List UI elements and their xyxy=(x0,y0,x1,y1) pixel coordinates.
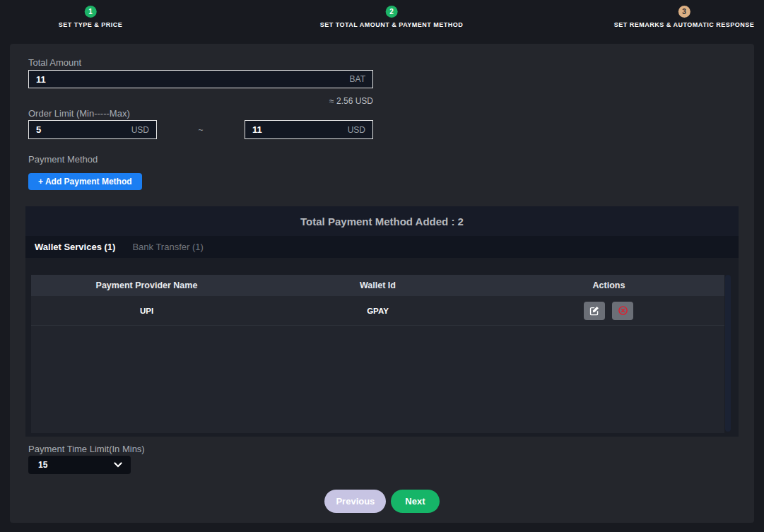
payment-time-limit-select[interactable]: 15 xyxy=(28,456,131,474)
payment-time-limit-field: 15 xyxy=(28,456,131,474)
stepper-step-2[interactable]: 2 SET TOTAL AMOUNT & PAYMENT METHOD xyxy=(320,6,464,28)
order-limit-min-input[interactable] xyxy=(36,124,131,135)
wizard-footer: Previous Next xyxy=(10,490,754,513)
order-limit-min-currency: USD xyxy=(131,125,149,135)
stepper-step-3[interactable]: 3 SET REMARKS & AUTOMATIC RESPONSE xyxy=(614,6,754,28)
step-1-badge: 1 xyxy=(85,6,97,18)
cell-actions xyxy=(493,296,724,325)
order-limit-min-field: USD xyxy=(28,120,157,139)
tab-bank-transfer[interactable]: Bank Transfer (1) xyxy=(132,242,203,252)
step-3-badge: 3 xyxy=(678,6,690,18)
payment-methods-tabs: Wallet Services (1) Bank Transfer (1) xyxy=(25,236,739,258)
cell-wallet-id: GPAY xyxy=(262,296,493,325)
order-limit-max-input[interactable] xyxy=(252,124,348,135)
payment-methods-panel-title: Total Payment Method Added : 2 xyxy=(25,206,739,236)
stepper: 1 SET TYPE & PRICE 2 SET TOTAL AMOUNT & … xyxy=(0,0,764,44)
column-provider-name: Payment Provider Name xyxy=(31,275,262,296)
tab-wallet-services[interactable]: Wallet Services (1) xyxy=(35,242,115,252)
table-header-row: Payment Provider Name Wallet Id Actions xyxy=(31,275,724,296)
payment-method-label: Payment Method xyxy=(28,154,98,165)
next-button[interactable]: Next xyxy=(391,490,439,513)
amount-payment-card: Total Amount BAT ≈ 2.56 USD Order Limit … xyxy=(10,44,754,523)
total-amount-currency: BAT xyxy=(350,74,365,84)
step-3-label: SET REMARKS & AUTOMATIC RESPONSE xyxy=(614,21,754,28)
create-offer-page: 1 SET TYPE & PRICE 2 SET TOTAL AMOUNT & … xyxy=(0,0,764,532)
approx-usd-value: ≈ 2.56 USD xyxy=(28,96,373,106)
edit-icon xyxy=(589,306,599,316)
previous-button[interactable]: Previous xyxy=(324,490,386,513)
circle-x-icon xyxy=(618,305,628,316)
column-actions: Actions xyxy=(493,275,724,296)
order-limit-row: USD ~ USD xyxy=(28,120,373,139)
edit-payment-button[interactable] xyxy=(584,302,605,320)
step-2-badge: 2 xyxy=(385,6,397,18)
step-1-label: SET TYPE & PRICE xyxy=(59,21,123,28)
total-amount-field: BAT xyxy=(28,70,373,88)
total-amount-label: Total Amount xyxy=(28,57,81,68)
stepper-step-1[interactable]: 1 SET TYPE & PRICE xyxy=(59,6,123,28)
order-limit-max-field: USD xyxy=(245,120,373,139)
payment-methods-table: Payment Provider Name Wallet Id Actions … xyxy=(31,275,724,433)
table-scrollbar[interactable] xyxy=(725,275,731,432)
delete-payment-button[interactable] xyxy=(612,302,633,320)
step-2-label: SET TOTAL AMOUNT & PAYMENT METHOD xyxy=(320,21,464,28)
payment-methods-panel: Total Payment Method Added : 2 Wallet Se… xyxy=(25,206,739,437)
add-payment-method-button[interactable]: + Add Payment Method xyxy=(28,173,142,190)
cell-provider-name: UPI xyxy=(31,296,262,325)
table-row: UPI GPAY xyxy=(31,296,724,326)
payment-time-limit-label: Payment Time Limit(In Mins) xyxy=(28,444,145,454)
total-amount-input[interactable] xyxy=(36,74,350,85)
order-limit-max-currency: USD xyxy=(348,125,365,135)
range-separator: ~ xyxy=(157,125,245,135)
column-wallet-id: Wallet Id xyxy=(262,275,493,296)
order-limit-label: Order Limit (Min-----Max) xyxy=(28,108,130,119)
